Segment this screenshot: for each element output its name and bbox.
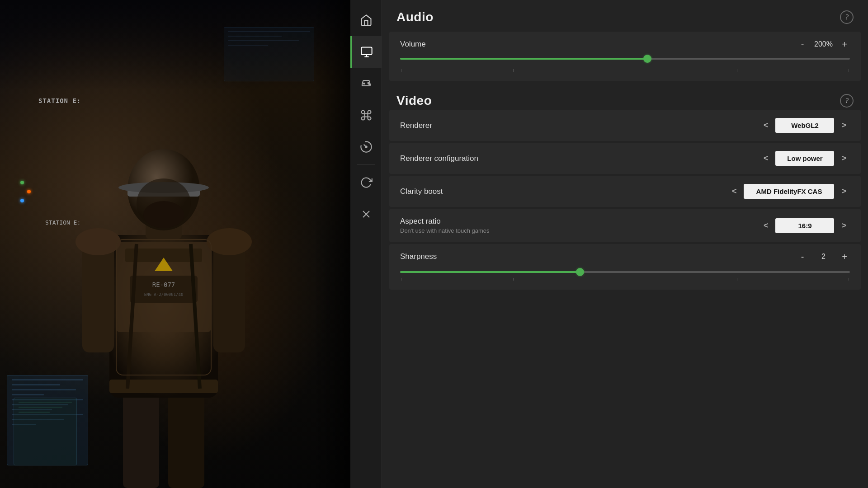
- tick: [625, 278, 625, 281]
- volume-plus-button[interactable]: +: [839, 39, 850, 50]
- renderer-config-left-button[interactable]: <: [760, 152, 772, 165]
- sharpness-plus-button[interactable]: +: [839, 251, 850, 262]
- sharpness-track: [400, 271, 850, 273]
- svg-text:ENG A-2/00001/40: ENG A-2/00001/40: [144, 292, 183, 297]
- video-title: Video: [396, 94, 432, 108]
- svg-text:RE-077: RE-077: [152, 281, 175, 288]
- sharpness-fill: [400, 271, 580, 273]
- renderer-config-label: Renderer configuration: [400, 154, 760, 163]
- home-icon: [360, 14, 373, 27]
- volume-control: Volume - 200% +: [400, 39, 850, 72]
- sidebar-item-shortcuts[interactable]: [350, 99, 382, 131]
- video-section-header: Video ?: [382, 84, 868, 110]
- sharpness-label: Sharpness: [400, 252, 437, 261]
- renderer-right-button[interactable]: >: [838, 119, 850, 132]
- clarity-boost-left-button[interactable]: <: [728, 185, 741, 198]
- renderer-label: Renderer: [400, 121, 760, 130]
- volume-value: 200%: [813, 40, 834, 48]
- renderer-row: Renderer < WebGL2 >: [389, 110, 861, 141]
- game-view: STATION E: STATION E:: [0, 0, 350, 488]
- clarity-boost-value: AMD FidelityFX CAS: [744, 184, 834, 199]
- sidebar-item-home[interactable]: [350, 5, 382, 36]
- sidebar-item-refresh[interactable]: [350, 167, 382, 198]
- svg-point-12: [207, 228, 252, 255]
- volume-slider[interactable]: [400, 54, 850, 63]
- renderer-config-label-group: Renderer configuration: [400, 154, 760, 163]
- clarity-boost-right-button[interactable]: >: [838, 185, 850, 198]
- gamepad-icon: [360, 77, 373, 90]
- renderer-config-value: Low power: [775, 151, 834, 166]
- volume-row-top: Volume - 200% +: [400, 39, 850, 50]
- command-icon: [360, 109, 373, 122]
- volume-label: Volume: [400, 40, 426, 49]
- audio-section-header: Audio ?: [382, 0, 868, 32]
- aspect-ratio-label-group: Aspect ratio Don't use with native touch…: [400, 217, 760, 234]
- volume-thumb[interactable]: [643, 55, 651, 63]
- renderer-control: < WebGL2 >: [760, 118, 850, 133]
- sidebar-item-controller[interactable]: [350, 68, 382, 99]
- sidebar-item-display[interactable]: [350, 36, 382, 68]
- speedometer-icon: [360, 141, 373, 153]
- tick: [401, 278, 401, 281]
- character-silhouette: RE-077 ENG A-2/00001/40: [46, 81, 281, 488]
- tick: [625, 69, 625, 72]
- svg-rect-1: [168, 389, 204, 488]
- refresh-icon: [360, 176, 373, 189]
- renderer-config-right-button[interactable]: >: [838, 152, 850, 165]
- tick: [401, 69, 401, 72]
- tick: [737, 69, 737, 72]
- video-help-button[interactable]: ?: [840, 94, 854, 108]
- audio-card: Volume - 200% +: [389, 32, 861, 81]
- volume-minus-button[interactable]: -: [797, 39, 808, 50]
- svg-point-11: [75, 228, 121, 255]
- aspect-ratio-label: Aspect ratio: [400, 217, 760, 226]
- sharpness-thumb[interactable]: [576, 268, 584, 276]
- aspect-ratio-sublabel: Don't use with native touch games: [400, 227, 760, 234]
- audio-help-button[interactable]: ?: [840, 10, 854, 24]
- renderer-config-row: Renderer configuration < Low power >: [389, 143, 861, 174]
- sidebar-item-close[interactable]: [350, 198, 382, 230]
- tick: [849, 69, 849, 72]
- aspect-ratio-value: 16:9: [775, 218, 834, 233]
- audio-title: Audio: [396, 10, 434, 24]
- svg-point-30: [365, 146, 367, 148]
- tick: [513, 278, 514, 281]
- volume-track: [400, 58, 850, 60]
- clarity-boost-row: Clarity boost < AMD FidelityFX CAS >: [389, 176, 861, 207]
- svg-rect-23: [361, 47, 372, 55]
- aspect-ratio-row: Aspect ratio Don't use with native touch…: [389, 209, 861, 242]
- renderer-label-group: Renderer: [400, 121, 760, 130]
- volume-percent-control: - 200% +: [797, 39, 850, 50]
- tick: [849, 278, 849, 281]
- sharpness-minus-button[interactable]: -: [797, 251, 808, 262]
- monitor-icon: [360, 46, 373, 58]
- renderer-left-button[interactable]: <: [760, 119, 772, 132]
- renderer-value: WebGL2: [775, 118, 834, 133]
- clarity-boost-label-group: Clarity boost: [400, 187, 728, 196]
- svg-point-18: [143, 201, 184, 228]
- aspect-ratio-left-button[interactable]: <: [760, 219, 772, 232]
- aspect-ratio-right-button[interactable]: >: [838, 219, 850, 232]
- aspect-ratio-control: < 16:9 >: [760, 218, 850, 233]
- clarity-boost-label: Clarity boost: [400, 187, 728, 196]
- sharpness-ticks: [400, 278, 850, 281]
- sharpness-slider[interactable]: [400, 267, 850, 277]
- sharpness-value: 2: [813, 253, 834, 261]
- sidebar-item-performance[interactable]: [350, 131, 382, 163]
- svg-rect-0: [123, 389, 159, 488]
- tick: [737, 278, 737, 281]
- settings-panel: Audio ? Volume - 200% +: [382, 0, 868, 488]
- sharpness-header: Sharpness - 2 +: [400, 251, 850, 262]
- sharpness-card: Sharpness - 2 +: [389, 244, 861, 290]
- volume-fill: [400, 58, 647, 60]
- close-icon: [360, 208, 373, 221]
- clarity-boost-control: < AMD FidelityFX CAS >: [728, 184, 850, 199]
- sharpness-percent-control: - 2 +: [797, 251, 850, 262]
- volume-ticks: [400, 69, 850, 72]
- sidebar: [350, 0, 382, 488]
- svg-rect-5: [130, 276, 198, 303]
- renderer-config-control: < Low power >: [760, 151, 850, 166]
- svg-rect-19: [109, 380, 218, 393]
- tick: [513, 69, 514, 72]
